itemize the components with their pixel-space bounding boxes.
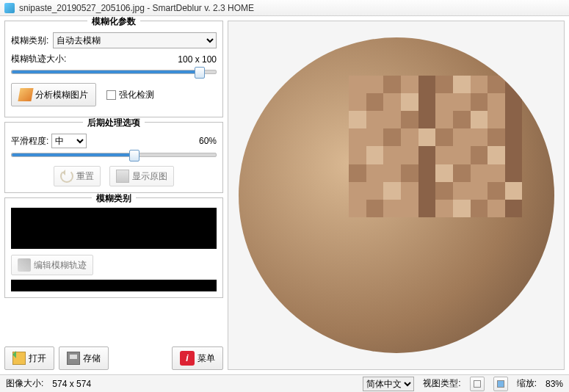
kernel-strip <box>11 280 217 291</box>
image-size-label: 图像大小: <box>6 377 43 390</box>
open-button[interactable]: 打开 <box>4 346 54 370</box>
blur-type-label: 模糊类别: <box>11 35 48 47</box>
smooth-pct: 60% <box>199 136 217 146</box>
zoom-value: 83% <box>546 379 563 389</box>
open-label: 打开 <box>29 352 46 365</box>
image-viewport[interactable] <box>228 21 565 370</box>
zoom-label: 缩放: <box>517 377 537 390</box>
blur-params-group: 模糊化参数 模糊类别: 自动去模糊 模糊轨迹大小: 100 x 100 分析模糊… <box>4 21 223 117</box>
analyze-button[interactable]: 分析模糊图片 <box>11 83 96 106</box>
blur-type-select[interactable]: 自动去模糊 <box>53 32 217 48</box>
save-label: 存储 <box>83 352 101 365</box>
kernel-preview <box>11 208 217 249</box>
analyze-icon <box>18 88 33 101</box>
kernel-legend: 模糊类别 <box>92 193 136 203</box>
trace-size-value: 100 x 100 <box>173 54 217 65</box>
postprocess-group: 后期处理选项 平滑程度: 中 60% 重置 显示原图 <box>4 122 223 193</box>
undo-icon <box>60 170 73 183</box>
left-panel: 模糊化参数 模糊类别: 自动去模糊 模糊轨迹大小: 100 x 100 分析模糊… <box>4 21 223 370</box>
analyze-button-label: 分析模糊图片 <box>35 89 88 101</box>
reset-button-label: 重置 <box>76 170 94 183</box>
info-icon: i <box>180 351 195 366</box>
show-original-label: 显示原图 <box>132 170 167 183</box>
pen-icon <box>18 258 31 272</box>
edit-kernel-label: 编辑模糊轨迹 <box>34 259 87 272</box>
smooth-label: 平滑程度: <box>11 135 48 148</box>
image-icon <box>116 170 129 183</box>
reset-button[interactable]: 重置 <box>54 166 101 186</box>
language-select[interactable]: 简体中文 <box>363 377 414 391</box>
show-original-button[interactable]: 显示原图 <box>109 166 174 186</box>
preview-image <box>239 37 554 353</box>
postprocess-legend: 后期处理选项 <box>83 117 145 128</box>
titlebar: snipaste_20190527_205106.jpg - SmartDebl… <box>0 0 569 16</box>
window-title: snipaste_20190527_205106.jpg - SmartDebl… <box>19 3 254 13</box>
open-icon <box>12 352 26 365</box>
aggressive-label: 强化检测 <box>119 89 154 101</box>
smooth-select[interactable]: 中 <box>51 134 87 148</box>
view-type-compare[interactable] <box>493 377 508 391</box>
kernel-group: 模糊类别 编辑模糊轨迹 <box>4 197 223 298</box>
pixelated-region <box>349 76 523 218</box>
view-type-single[interactable] <box>470 377 485 391</box>
save-icon <box>67 352 80 365</box>
view-type-label: 视图类型: <box>423 377 460 390</box>
smooth-slider[interactable] <box>11 153 217 157</box>
trace-size-slider[interactable] <box>11 70 217 74</box>
save-button[interactable]: 存储 <box>59 346 109 370</box>
statusbar: 图像大小: 574 x 574 简体中文 视图类型: 缩放: 83% <box>0 374 569 392</box>
trace-size-label: 模糊轨迹大小: <box>11 53 66 65</box>
checkbox-box <box>106 90 116 100</box>
menu-label: 菜单 <box>197 352 215 365</box>
menu-button[interactable]: i 菜单 <box>172 346 223 370</box>
image-size-value: 574 x 574 <box>52 379 91 389</box>
blur-params-legend: 模糊化参数 <box>87 16 140 26</box>
bottom-buttons: 打开 存储 i 菜单 <box>4 346 223 370</box>
content: 模糊化参数 模糊类别: 自动去模糊 模糊轨迹大小: 100 x 100 分析模糊… <box>0 16 569 374</box>
edit-kernel-button[interactable]: 编辑模糊轨迹 <box>11 255 93 275</box>
app-icon <box>4 3 15 13</box>
aggressive-checkbox[interactable]: 强化检测 <box>106 89 154 101</box>
